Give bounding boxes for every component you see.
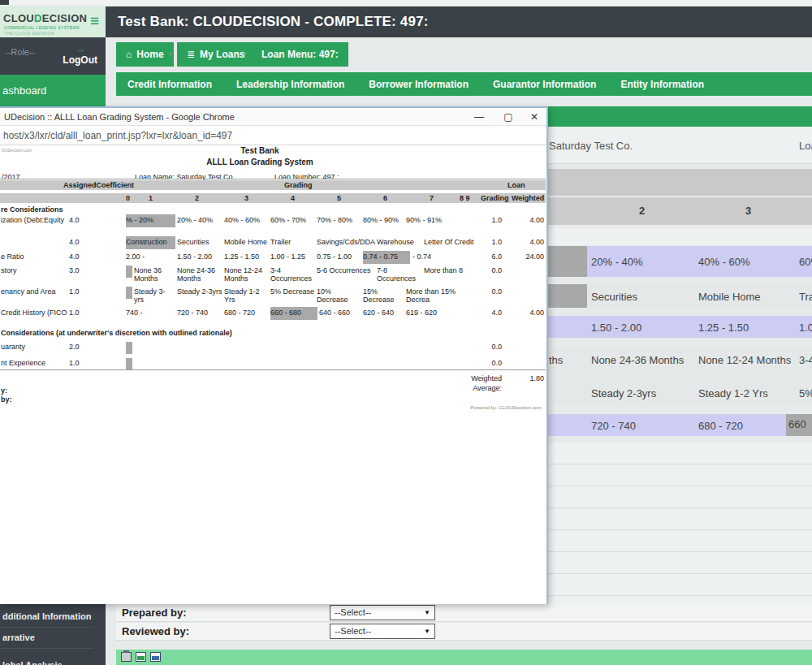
row-grading: 0.0 [481,343,502,351]
logout-button[interactable]: → LogOut [63,44,97,66]
col-4: 4 [291,194,295,202]
value-cell: 3-4 Occurrences [270,265,317,283]
selected-grade-marker [126,266,132,278]
grade-cell[interactable]: Steady 2-3yrs [591,387,656,399]
row-weighted: 4.00 [508,309,544,317]
col-8-9: 8 9 [460,194,470,202]
grade-cell[interactable]: 1.25 - 1.50 [698,321,749,333]
row-coefficient: 2.0 [69,343,80,351]
coefficient-header: AssignedCoefficient [63,181,134,189]
reviewed-by-row: Reviewed by: --Select-- ▼ [116,623,812,641]
tab-bar: Credit Information Leadership Informatio… [116,72,812,96]
value-cell: 90% - 91% [406,214,475,224]
value-cell: Steady 3-yrs [134,286,175,304]
export-data-icon[interactable] [150,652,161,662]
grade-cell[interactable]: 40% - 60% [698,256,750,268]
selected-grade-cell[interactable]: 660 [786,414,812,436]
grade-cell[interactable]: Securities [591,290,637,302]
row-weighted: 4.00 [508,216,544,224]
row-coefficient: 4.0 [69,238,80,246]
breadcrumb-loan-menu[interactable]: Loan Menu: 497: [252,42,348,67]
report-title: ALLL Loan Grading System [0,157,520,168]
row-coefficient: 1.0 [69,359,80,367]
row-coefficient: 1.0 [69,287,80,296]
grading-header: Grading [284,181,313,189]
tab-leadership-information[interactable]: Leadership Information [236,79,344,90]
value-cell: 640 - 660 [319,307,365,317]
sidebar-item-global-analysis[interactable]: lobal Analysis [0,654,93,665]
role-selector[interactable]: --Role-- [5,47,35,57]
row-coefficient: 4.0 [69,216,80,224]
address-bar[interactable]: host/x3/lxr/cld/alll_loan_print.jsp?lxr=… [0,126,546,145]
report-row-fico: Credit History (FICO 1.0 740 - 720 - 740… [0,307,546,328]
value-cell: 2.00 - [126,251,172,261]
selected-value-cell: 0.74 - 0.75 [363,251,410,264]
sidebar-item-dashboard[interactable]: ashboard [0,75,106,106]
browser-edge-strip [0,0,812,6]
value-cell: Steady 2-3yrs [177,286,223,296]
tab-entity-information[interactable]: Entity Information [620,79,704,90]
grade-cell[interactable]: 5% [799,387,812,399]
grade-cell[interactable]: Mobile Home [698,290,761,302]
grade-cell[interactable]: 20% - 40% [591,256,643,268]
row-label: enancy and Area [1,287,56,296]
tab-borrower-information[interactable]: Borrower Information [369,79,469,90]
grade-cell[interactable]: 720 - 740 [591,419,636,431]
value-cell: None 24-36 Months [177,265,223,283]
value-cell: Warehouse [377,236,423,246]
grade-cell-fragment: ths [549,354,563,366]
grade-cell[interactable]: 1.50 - 2.00 [591,321,641,333]
print-icon[interactable] [121,652,132,662]
grade-cell[interactable]: 3-4 [799,354,812,366]
chevron-right-icon: › [169,48,172,58]
grade-cell[interactable]: None 24-36 Months [591,354,684,366]
report-column-numbers: 0 1 2 3 4 5 6 7 8 9 Grading Weighted [0,193,546,203]
url-text: host/x3/lxr/cld/alll_loan_print.jsp?lxr=… [3,130,232,141]
tab-guarantor-information[interactable]: Guarantor Information [493,79,596,90]
sidebar-item-narrative[interactable]: arrative [0,627,93,649]
hamburger-icon[interactable]: ≡ [90,13,99,28]
export-excel-icon[interactable] [136,652,146,662]
grade-cell[interactable]: Tra [799,290,812,302]
minimize-button[interactable]: — [473,110,486,123]
value-cell: 1.25 - 1.50 [224,251,270,261]
report-bank-name: Test Bank [0,145,520,157]
logout-icon: → [63,44,97,54]
reviewed-by-value: --Select-- [335,626,371,636]
col-6: 6 [383,194,387,202]
chevron-right-icon: › [244,48,247,58]
value-cell: 1.50 - 2.00 [177,251,223,261]
grade-cell[interactable]: 60% [799,256,812,268]
logout-label: LogOut [63,54,97,66]
grade-cell[interactable]: Steady 1-2 Yrs [698,387,768,399]
loan-header: Loan [508,181,525,189]
brand-panel: CLOUDECISION COMMERCIAL LENDING SYSTEMS … [0,6,106,37]
home-label: Home [136,49,163,60]
row-label: nt Experience [1,359,45,367]
value-cell: 5-6 Occurrences [317,265,375,274]
prepared-by-select[interactable]: --Select-- ▼ [330,605,435,620]
tab-credit-information[interactable]: Credit Information [127,79,212,90]
grade-cell[interactable]: None 12-24 Months [698,354,791,366]
row-grading: 0.0 [481,287,502,296]
sidebar-item-additional-information[interactable]: dditional Information [0,606,93,628]
actions-bar [116,650,812,665]
page-title: Test Bank: CLOUDECISION - COMPLETE: 497: [118,14,429,30]
value-cell: 15% Decrease [363,286,404,304]
breadcrumb-home[interactable]: ⌂Home [116,42,174,67]
grade-cell[interactable]: 680 - 720 [698,419,743,431]
grade-cell[interactable]: 1.0 [799,321,812,333]
value-cell: 80% - 90% [363,214,409,224]
value-cell: Steady 1-2 Yrs [224,286,270,304]
prepared-by-value: --Select-- [335,607,371,617]
col-3: 3 [244,194,248,202]
brand-post: ECISION [42,12,88,24]
value-cell: None 36 Months [134,265,175,283]
section-qualitative: Considerations (at underwriter's discret… [1,329,232,337]
breadcrumb: ⌂Home › ≣My Loans › Loan Menu: 497: [106,37,812,72]
reviewed-by-select[interactable]: --Select-- ▼ [330,624,435,639]
loan-company-name: Saturday Test Co. [549,140,633,152]
maximize-button[interactable]: ▢ [502,110,515,123]
close-button[interactable]: ✕ [528,110,541,123]
value-cell: 680 - 720 [224,307,270,317]
